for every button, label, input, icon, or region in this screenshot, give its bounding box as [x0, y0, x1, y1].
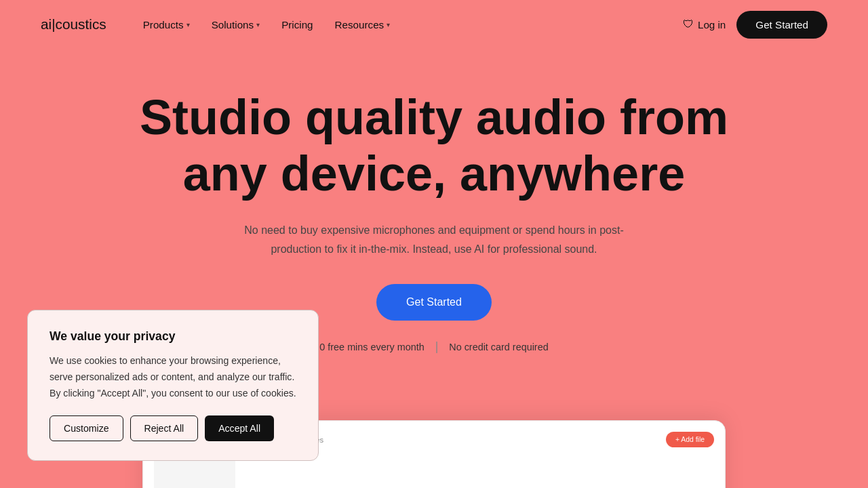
hero-free-mins: 0 free mins every month: [319, 342, 424, 352]
nav-solutions[interactable]: Solutions ▾: [202, 14, 269, 36]
meta-divider: |: [435, 340, 439, 354]
navbar: ai|coustics Products ▾ Solutions ▾ Prici…: [0, 0, 868, 49]
nav-links: Products ▾ Solutions ▾ Pricing Resources…: [134, 14, 683, 36]
chevron-down-icon: ▾: [387, 20, 390, 28]
hero-heading-line1: Studio quality audio from: [140, 90, 728, 144]
brand-logo[interactable]: ai|coustics: [41, 16, 106, 33]
hero-get-started-button[interactable]: Get Started: [376, 284, 492, 321]
add-file-button[interactable]: + Add file: [666, 432, 714, 447]
hero-heading-line2: any device, anywhere: [183, 146, 685, 201]
nav-resources-label: Resources: [335, 19, 384, 30]
nav-pricing[interactable]: Pricing: [272, 14, 322, 36]
cookie-banner: We value your privacy We use cookies to …: [27, 310, 319, 461]
logo-text: ai|coustics: [41, 16, 106, 32]
cookie-accept-button[interactable]: Accept All: [205, 415, 274, 441]
shield-icon: 🛡: [683, 18, 694, 30]
cookie-title: We value your privacy: [50, 329, 296, 344]
hero-meta: 0 free mins every month | No credit card…: [319, 340, 548, 354]
nav-products[interactable]: Products ▾: [134, 14, 199, 36]
nav-products-label: Products: [143, 19, 184, 30]
login-label: Log in: [698, 19, 726, 30]
nav-solutions-label: Solutions: [212, 19, 254, 30]
login-button[interactable]: 🛡 Log in: [683, 18, 726, 30]
nav-pricing-label: Pricing: [281, 19, 313, 30]
chevron-down-icon: ▾: [186, 20, 190, 28]
hero-subtext: No need to buy expensive microphones and…: [224, 221, 644, 260]
nav-get-started-button[interactable]: Get Started: [736, 11, 827, 39]
nav-right: 🛡 Log in Get Started: [683, 11, 827, 39]
hero-heading: Studio quality audio from any device, an…: [140, 89, 728, 202]
cookie-buttons: Customize Reject All Accept All: [50, 415, 296, 441]
cookie-customize-button[interactable]: Customize: [50, 415, 123, 441]
cookie-reject-button[interactable]: Reject All: [130, 415, 199, 441]
cookie-text: We use cookies to enhance your browsing …: [50, 353, 296, 402]
nav-resources[interactable]: Resources ▾: [326, 14, 400, 36]
hero-section: Studio quality audio from any device, an…: [0, 49, 868, 354]
hero-no-card: No credit card required: [449, 342, 548, 352]
chevron-down-icon: ▾: [256, 20, 260, 28]
